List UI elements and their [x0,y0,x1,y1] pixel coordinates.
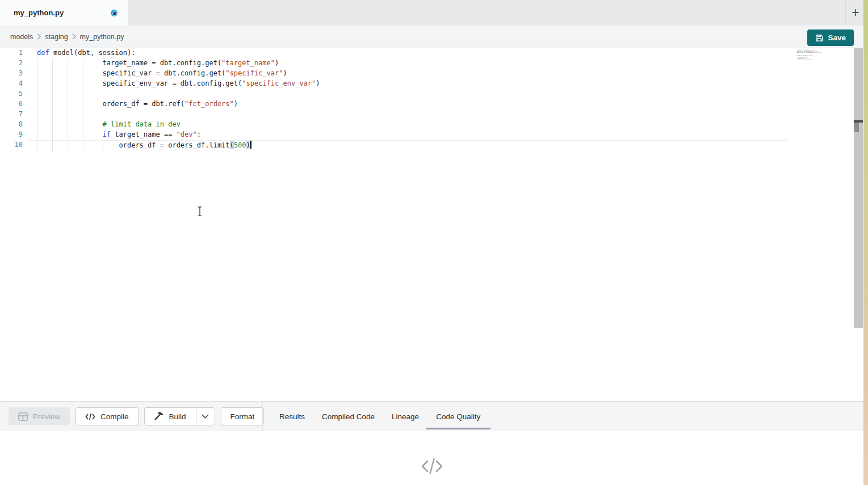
breadcrumb-item-staging[interactable]: staging [45,33,68,41]
editor-tab-bar: my_python.py + [0,0,863,26]
minimap-inner: def model(dbt, session): target_name = d… [797,49,846,61]
line-numbers: 12345678910 [0,49,23,151]
hammer-icon [154,412,164,421]
tabbar-divider [845,0,846,26]
mouse-cursor-ibeam [196,206,203,217]
format-label: Format [230,412,255,421]
dbt-ide-window: my_python.py + models staging my_python.… [0,0,868,485]
build-options-dropdown[interactable] [196,408,215,425]
desktop-wallpaper-edge [863,0,868,485]
breadcrumb: models staging my_python.py Save [0,26,863,48]
code-icon [85,413,95,420]
minimap[interactable]: def model(dbt, session): target_name = d… [797,49,852,111]
tab-results[interactable]: Results [279,402,305,432]
build-button[interactable]: Build [145,408,196,425]
toolbar-divider [262,402,263,432]
tab-my-python[interactable]: my_python.py [0,0,128,26]
save-button[interactable]: Save [807,29,854,46]
tab-lineage[interactable]: Lineage [392,402,419,432]
breadcrumb-item-file: my_python.py [80,33,124,41]
tab-code-quality[interactable]: Code Quality [436,402,480,432]
chevron-right-icon [72,33,77,40]
action-toolbar: Preview Compile Build Format [0,401,863,431]
unsaved-indicator-dot [111,10,118,16]
breadcrumb-item-models[interactable]: models [10,33,33,41]
code-lines: def model(dbt, session): target_name = d… [37,49,320,151]
build-button-group: Build [144,407,215,425]
new-tab-button[interactable]: + [848,3,863,22]
tab-compiled-code[interactable]: Compiled Code [322,402,375,432]
scrollbar-thumb[interactable] [854,123,859,132]
preview-label: Preview [33,412,60,421]
preview-button[interactable]: Preview [9,407,70,425]
compile-button[interactable]: Compile [76,407,139,425]
save-icon [815,34,823,42]
table-grid-icon [18,412,28,421]
compile-label: Compile [100,412,129,421]
save-label: Save [828,33,846,42]
editor-scrollbar[interactable] [854,48,863,328]
code-empty-state-icon [420,457,444,475]
format-button[interactable]: Format [221,407,265,425]
code-editor[interactable]: 12345678910 def model(dbt, session): tar… [0,48,863,401]
chevron-right-icon [36,33,41,40]
tab-title: my_python.py [14,9,111,17]
build-label: Build [169,412,186,421]
panel-tab-list: Results Compiled Code Lineage Code Quali… [279,402,497,432]
chevron-down-icon [202,414,209,419]
panel-content [0,431,863,485]
